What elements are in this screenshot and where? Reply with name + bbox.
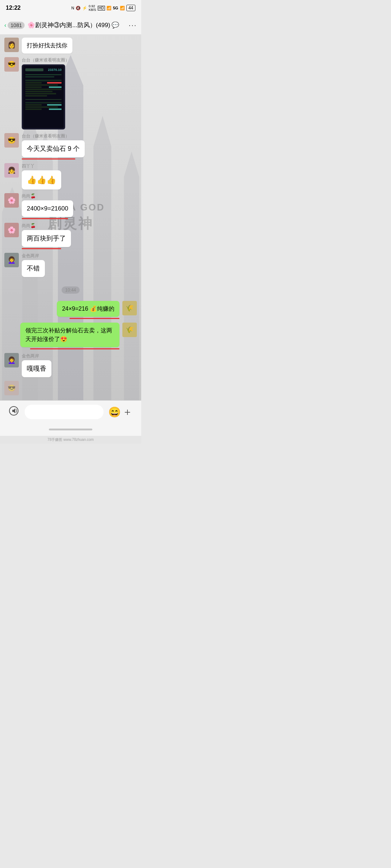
emoji-button[interactable]: 😄 bbox=[108, 405, 121, 418]
message-text: 不错 bbox=[27, 265, 40, 272]
sender-name: 台台（赚米谁看明友圈） bbox=[22, 57, 70, 63]
message-text: 领完三次补贴分解仙石去卖，这两天开始涨价了😍 bbox=[25, 327, 112, 342]
voice-icon bbox=[9, 406, 19, 418]
sender-name: 尚尚🍒 bbox=[22, 223, 71, 229]
network-speed: 0.92KB/S bbox=[89, 4, 96, 12]
bottom-bar: 😄 ＋ bbox=[0, 400, 141, 424]
avatar-right: 🌾 bbox=[122, 323, 137, 337]
mute-icon: 🔇 bbox=[76, 6, 81, 10]
message-row: 👩 打扮好找去找你 bbox=[4, 38, 137, 54]
5g-icon: 5G bbox=[113, 6, 118, 10]
message-row: 🌸 尚尚🍒 2400×9=21600 bbox=[4, 193, 137, 219]
footer-watermark: 78手赚图 www.78zhuan.com bbox=[0, 436, 141, 444]
avatar: 👩‍🦱 bbox=[4, 353, 19, 367]
message-bubble: 👍👍👍 bbox=[22, 170, 61, 190]
message-text: 24×9=216 💰纯赚的 bbox=[62, 306, 114, 312]
msg-content: 金色两岸 嘎嘎香 bbox=[22, 353, 51, 377]
sender-name: 金色两岸 bbox=[22, 353, 51, 359]
add-icon: ＋ bbox=[122, 405, 133, 419]
chat-title: 🌸剧灵神③内测...防风）(499) 💬 bbox=[28, 21, 126, 29]
message-text: 打扮好找去找你 bbox=[27, 42, 67, 48]
voice-button[interactable] bbox=[7, 405, 20, 418]
chat-icon: 💬 bbox=[112, 21, 119, 29]
bluetooth-icon: ⚡ bbox=[82, 6, 87, 10]
red-annotation-line bbox=[70, 318, 119, 319]
message-row: 😎 台台（赚米谁看明友圈） 今天又卖仙石 9 个 bbox=[4, 133, 137, 159]
emoji-icon: 😄 bbox=[108, 406, 121, 418]
home-indicator-bar bbox=[49, 429, 92, 430]
messages-container: 👩 打扮好找去找你 😎 台台（赚米谁看明友圈） bbox=[0, 35, 141, 400]
msg-content: 台台（赚米谁看明友圈） 23370.10 bbox=[22, 57, 70, 129]
message-bubble-right: 24×9=216 💰纯赚的 bbox=[57, 301, 119, 317]
status-bar: 12:22 N 🔇 ⚡ 0.92KB/S HD 📶 5G 📶 44 bbox=[0, 0, 141, 16]
thumbs-up-emoji: 👍👍👍 bbox=[27, 175, 56, 184]
msg-content: 尚尚🍒 2400×9=21600 bbox=[22, 193, 73, 219]
message-row-partial: 😎 bbox=[4, 381, 137, 395]
watermark-text: 78手赚图 www.78zhuan.com bbox=[47, 438, 94, 442]
message-bubble: 打扮好找去找你 bbox=[22, 38, 72, 54]
avatar: 🌸 bbox=[4, 223, 19, 237]
msg-content: 24×9=216 💰纯赚的 bbox=[57, 301, 119, 319]
message-row-right: 🌾 领完三次补贴分解仙石去卖，这两天开始涨价了😍 bbox=[4, 323, 137, 349]
timestamp: 10:44 bbox=[62, 286, 80, 294]
red-annotation-line bbox=[22, 248, 61, 249]
red-annotation-line bbox=[22, 158, 75, 159]
sender-name: 四丫丫 bbox=[22, 163, 61, 169]
sender-name: 台台（赚米谁看明友圈） bbox=[22, 133, 85, 139]
message-row: 🌸 尚尚🍒 两百块到手了 bbox=[4, 223, 137, 249]
msg-content: 台台（赚米谁看明友圈） 今天又卖仙石 9 个 bbox=[22, 133, 85, 159]
message-row: 😎 台台（赚米谁看明友圈） 23370.10 bbox=[4, 57, 137, 129]
sender-name: 金色两岸 bbox=[22, 253, 45, 259]
message-bubble: 嘎嘎香 bbox=[22, 360, 51, 377]
back-button[interactable]: ‹ 1081 bbox=[4, 22, 25, 29]
message-text: 嘎嘎香 bbox=[27, 365, 46, 372]
message-bubble: 2400×9=21600 bbox=[22, 200, 73, 217]
avatar: 🌸 bbox=[4, 193, 19, 208]
back-arrow-icon: ‹ bbox=[4, 22, 6, 29]
message-bubble: 今天又卖仙石 9 个 bbox=[22, 140, 85, 157]
add-button[interactable]: ＋ bbox=[121, 405, 134, 418]
message-bubble-right: 领完三次补贴分解仙石去卖，这两天开始涨价了😍 bbox=[20, 323, 120, 347]
message-input[interactable] bbox=[25, 405, 104, 419]
timestamp-row: 10:44 bbox=[4, 284, 137, 297]
image-inner: 23370.10 bbox=[22, 64, 65, 129]
msg-content: 金色两岸 不错 bbox=[22, 253, 45, 277]
avatar: 👧 bbox=[4, 163, 19, 178]
hd-icon: HD bbox=[98, 6, 105, 10]
avatar: 😎 bbox=[4, 133, 19, 148]
status-time: 12:22 bbox=[6, 5, 21, 11]
message-text: 今天又卖仙石 9 个 bbox=[27, 145, 80, 152]
message-row-right: 🌾 24×9=216 💰纯赚的 bbox=[4, 301, 137, 319]
red-annotation-line bbox=[30, 348, 119, 349]
avatar: 👩 bbox=[4, 38, 19, 52]
message-text: 两百块到手了 bbox=[27, 235, 66, 242]
message-image[interactable]: 23370.10 bbox=[22, 64, 65, 129]
message-row: 👩‍🦱 金色两岸 嘎嘎香 bbox=[4, 353, 137, 377]
back-badge[interactable]: 1081 bbox=[8, 22, 25, 29]
message-row: 👩‍🦱 金色两岸 不错 bbox=[4, 253, 137, 277]
msg-content: 领完三次补贴分解仙石去卖，这两天开始涨价了😍 bbox=[20, 323, 120, 349]
avatar-right: 🌾 bbox=[122, 301, 137, 315]
avatar: 😎 bbox=[4, 381, 19, 395]
message-bubble: 两百块到手了 bbox=[22, 230, 71, 247]
wifi-icon: 📶 bbox=[106, 6, 112, 10]
message-text: 2400×9=21600 bbox=[27, 205, 68, 212]
message-row: 👧 四丫丫 👍👍👍 bbox=[4, 163, 137, 190]
nfc-icon: N bbox=[71, 6, 74, 10]
chat-area: DRAMA GOD 剧灵神 👩 打扮好找去找你 😎 台台（赚米谁看明友圈） bbox=[0, 35, 141, 400]
status-icons: N 🔇 ⚡ 0.92KB/S HD 📶 5G 📶 44 bbox=[71, 4, 135, 12]
msg-content: 尚尚🍒 两百块到手了 bbox=[22, 223, 71, 249]
nav-bar: ‹ 1081 🌸剧灵神③内测...防风）(499) 💬 ··· bbox=[0, 16, 141, 35]
more-button[interactable]: ··· bbox=[129, 21, 137, 29]
signal-icon: 📶 bbox=[120, 6, 125, 10]
message-bubble: 不错 bbox=[22, 260, 45, 277]
red-annotation-line bbox=[22, 218, 68, 219]
msg-content: 四丫丫 👍👍👍 bbox=[22, 163, 61, 190]
sender-name: 尚尚🍒 bbox=[22, 193, 73, 199]
msg-content: 打扮好找去找你 bbox=[22, 38, 72, 54]
battery-icon: 44 bbox=[126, 5, 135, 11]
avatar: 😎 bbox=[4, 57, 19, 72]
avatar: 👩‍🦱 bbox=[4, 253, 19, 267]
home-indicator bbox=[0, 424, 141, 436]
